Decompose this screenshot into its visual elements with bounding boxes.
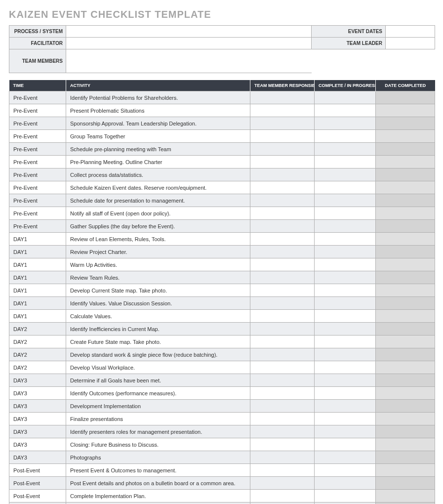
cell-date-completed[interactable] — [376, 451, 435, 464]
cell-date-completed[interactable] — [376, 438, 435, 451]
cell-responsible[interactable] — [250, 361, 315, 374]
cell-date-completed[interactable] — [376, 194, 435, 207]
cell-date-completed[interactable] — [376, 207, 435, 220]
cell-complete[interactable] — [315, 336, 376, 348]
cell-date-completed[interactable] — [376, 143, 435, 156]
cell-complete[interactable] — [315, 143, 376, 156]
cell-date-completed[interactable] — [376, 181, 435, 194]
cell-date-completed[interactable] — [376, 464, 435, 477]
cell-complete[interactable] — [315, 323, 376, 336]
cell-responsible[interactable] — [250, 310, 315, 323]
cell-complete[interactable] — [315, 117, 376, 130]
cell-complete[interactable] — [315, 464, 376, 477]
cell-responsible[interactable] — [250, 374, 315, 387]
cell-responsible[interactable] — [250, 181, 315, 194]
cell-responsible[interactable] — [250, 91, 315, 104]
cell-date-completed[interactable] — [376, 413, 435, 425]
cell-complete[interactable] — [315, 438, 376, 451]
cell-complete[interactable] — [315, 425, 376, 438]
cell-responsible[interactable] — [250, 284, 315, 297]
cell-responsible[interactable] — [250, 400, 315, 413]
value-facilitator[interactable] — [66, 38, 312, 49]
cell-date-completed[interactable] — [376, 271, 435, 284]
cell-date-completed[interactable] — [376, 91, 435, 104]
value-leader[interactable] — [386, 38, 435, 49]
cell-responsible[interactable] — [250, 297, 315, 310]
cell-date-completed[interactable] — [376, 130, 435, 143]
cell-complete[interactable] — [315, 310, 376, 323]
cell-responsible[interactable] — [250, 233, 315, 246]
cell-responsible[interactable] — [250, 156, 315, 168]
cell-responsible[interactable] — [250, 451, 315, 464]
cell-responsible[interactable] — [250, 348, 315, 361]
cell-date-completed[interactable] — [376, 387, 435, 400]
cell-complete[interactable] — [315, 258, 376, 271]
cell-date-completed[interactable] — [376, 361, 435, 374]
cell-responsible[interactable] — [250, 194, 315, 207]
cell-complete[interactable] — [315, 374, 376, 387]
cell-complete[interactable] — [315, 194, 376, 207]
cell-responsible[interactable] — [250, 130, 315, 143]
value-members[interactable] — [66, 49, 312, 73]
cell-date-completed[interactable] — [376, 503, 435, 504]
cell-responsible[interactable] — [250, 438, 315, 451]
cell-date-completed[interactable] — [376, 233, 435, 246]
cell-complete[interactable] — [315, 207, 376, 220]
cell-responsible[interactable] — [250, 413, 315, 425]
cell-responsible[interactable] — [250, 503, 315, 504]
cell-responsible[interactable] — [250, 271, 315, 284]
cell-date-completed[interactable] — [376, 246, 435, 258]
cell-date-completed[interactable] — [376, 310, 435, 323]
cell-responsible[interactable] — [250, 104, 315, 117]
cell-complete[interactable] — [315, 413, 376, 425]
cell-responsible[interactable] — [250, 207, 315, 220]
value-dates[interactable] — [386, 26, 435, 38]
cell-complete[interactable] — [315, 400, 376, 413]
cell-date-completed[interactable] — [376, 323, 435, 336]
cell-responsible[interactable] — [250, 425, 315, 438]
cell-date-completed[interactable] — [376, 168, 435, 181]
cell-complete[interactable] — [315, 387, 376, 400]
cell-date-completed[interactable] — [376, 104, 435, 117]
cell-date-completed[interactable] — [376, 490, 435, 503]
cell-responsible[interactable] — [250, 490, 315, 503]
cell-responsible[interactable] — [250, 323, 315, 336]
cell-complete[interactable] — [315, 490, 376, 503]
cell-date-completed[interactable] — [376, 425, 435, 438]
cell-responsible[interactable] — [250, 387, 315, 400]
cell-complete[interactable] — [315, 156, 376, 168]
cell-complete[interactable] — [315, 477, 376, 490]
cell-responsible[interactable] — [250, 464, 315, 477]
cell-complete[interactable] — [315, 348, 376, 361]
cell-complete[interactable] — [315, 220, 376, 233]
cell-responsible[interactable] — [250, 258, 315, 271]
cell-complete[interactable] — [315, 181, 376, 194]
cell-responsible[interactable] — [250, 117, 315, 130]
cell-responsible[interactable] — [250, 477, 315, 490]
value-process[interactable] — [66, 26, 312, 38]
cell-complete[interactable] — [315, 104, 376, 117]
cell-date-completed[interactable] — [376, 297, 435, 310]
cell-responsible[interactable] — [250, 246, 315, 258]
cell-responsible[interactable] — [250, 143, 315, 156]
cell-complete[interactable] — [315, 503, 376, 504]
cell-responsible[interactable] — [250, 220, 315, 233]
cell-complete[interactable] — [315, 361, 376, 374]
cell-date-completed[interactable] — [376, 156, 435, 168]
cell-responsible[interactable] — [250, 168, 315, 181]
cell-complete[interactable] — [315, 246, 376, 258]
cell-responsible[interactable] — [250, 336, 315, 348]
cell-complete[interactable] — [315, 284, 376, 297]
cell-date-completed[interactable] — [376, 336, 435, 348]
cell-date-completed[interactable] — [376, 348, 435, 361]
cell-date-completed[interactable] — [376, 374, 435, 387]
cell-complete[interactable] — [315, 91, 376, 104]
cell-date-completed[interactable] — [376, 258, 435, 271]
cell-date-completed[interactable] — [376, 477, 435, 490]
cell-complete[interactable] — [315, 297, 376, 310]
cell-complete[interactable] — [315, 451, 376, 464]
cell-complete[interactable] — [315, 271, 376, 284]
cell-complete[interactable] — [315, 168, 376, 181]
cell-complete[interactable] — [315, 130, 376, 143]
cell-date-completed[interactable] — [376, 284, 435, 297]
